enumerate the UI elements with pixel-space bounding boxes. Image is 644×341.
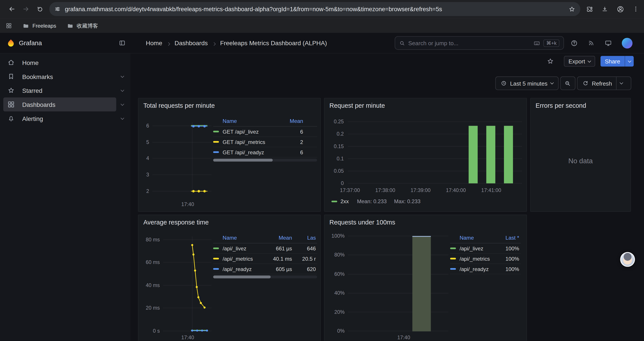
chevron-down-icon	[620, 81, 623, 85]
y-tick: 0.05	[327, 168, 344, 174]
chevron-down-icon	[628, 59, 631, 62]
legend-header: Name Last *	[450, 233, 521, 244]
series-mean: 6	[282, 149, 303, 155]
legend-col-last[interactable]: Las	[292, 235, 316, 241]
series-name[interactable]: 2xx	[340, 198, 349, 204]
clock-icon	[501, 80, 507, 86]
grafana-logo[interactable]	[6, 39, 15, 47]
legend-row: /api/_readyz 605 µs 620	[213, 264, 317, 274]
favorite-star-button[interactable]	[547, 58, 554, 65]
address-bar[interactable]: grafana.mathmast.com/d/deytv4rwavabkb/fr…	[49, 2, 580, 16]
dock-sidebar-toggle[interactable]	[119, 40, 126, 47]
series-name[interactable]: GET /api/_readyz	[223, 149, 283, 155]
legend-col-name[interactable]: Name	[223, 118, 283, 124]
y-tick: 4	[138, 155, 149, 161]
y-tick: 60 ms	[141, 259, 160, 265]
forward-button[interactable]	[19, 2, 33, 16]
legend-col-name[interactable]: Name	[223, 235, 268, 241]
breadcrumb-current[interactable]: Freeleaps Metrics Dashboard (ALPHA)	[220, 40, 327, 47]
chevron-down-icon	[588, 59, 591, 62]
browser-actions	[586, 5, 639, 13]
back-button[interactable]	[5, 2, 19, 16]
folder-icon	[22, 22, 29, 29]
folder-icon	[67, 22, 74, 29]
monitor-icon[interactable]	[604, 39, 612, 47]
bookmark-star-icon[interactable]	[568, 6, 576, 13]
legend-scrollbar[interactable]	[213, 275, 317, 278]
panel-request-per-minute: Request per minute 0.25 0.2 0.15 0.1 0.0…	[324, 98, 527, 212]
scrollbar-thumb[interactable]	[213, 275, 270, 278]
reload-icon	[36, 6, 44, 13]
sidebar-item-starred[interactable]: Starred	[3, 83, 116, 97]
bookmark-item-freeleaps[interactable]: Freeleaps	[22, 22, 56, 29]
bar-chart[interactable]	[324, 98, 527, 212]
bookmark-label: 收藏博客	[77, 22, 98, 30]
refresh-interval-caret[interactable]	[616, 77, 626, 90]
extensions-icon[interactable]	[586, 6, 593, 13]
legend-col-mean[interactable]: Mean	[268, 235, 292, 241]
legend-col-last[interactable]: Last *	[499, 235, 519, 241]
sidebar-item-home[interactable]: Home	[3, 56, 128, 70]
refresh-icon	[582, 80, 588, 86]
chevron-down-icon[interactable]	[116, 76, 128, 77]
y-tick: 100%	[326, 233, 344, 239]
series-name[interactable]: /api/_livez	[223, 245, 268, 251]
series-name[interactable]: /api/_metrics	[223, 256, 268, 262]
chevron-down-icon[interactable]	[116, 104, 128, 105]
menu-kebab-icon[interactable]	[632, 6, 639, 12]
time-toolbar: Last 5 minutes Refresh	[496, 77, 631, 90]
profile-icon[interactable]	[616, 5, 624, 13]
help-icon[interactable]	[570, 39, 578, 47]
grafana-body: Home Bookmarks Starred	[0, 54, 644, 341]
series-name[interactable]: /api/_livez	[460, 245, 500, 251]
chevron-down-icon	[550, 81, 554, 85]
chevron-right-icon	[212, 40, 215, 47]
series-name[interactable]: /api/_metrics	[460, 256, 500, 262]
x-tick: 17:40	[175, 201, 200, 207]
legend-row: /api/_livez 661 µs 646	[213, 243, 317, 254]
time-range-picker[interactable]: Last 5 minutes	[496, 77, 559, 90]
series-name[interactable]: GET /api/_metrics	[223, 139, 283, 145]
series-name[interactable]: /api/_readyz	[223, 266, 268, 272]
legend-col-name[interactable]: Name	[460, 235, 500, 241]
chevron-down-icon[interactable]	[116, 118, 128, 119]
series-last: 646	[292, 245, 316, 251]
share-button[interactable]: Share	[600, 56, 634, 67]
rss-news-icon[interactable]	[588, 40, 595, 47]
refresh-button[interactable]: Refresh	[577, 77, 631, 90]
sidebar-item-bookmarks[interactable]: Bookmarks	[3, 70, 116, 84]
series-name[interactable]: /api/_readyz	[460, 266, 500, 272]
y-tick: 80%	[326, 252, 344, 258]
legend-row: GET /api/_livez 6	[213, 127, 317, 137]
y-tick: 80 ms	[141, 237, 160, 242]
reload-button[interactable]	[33, 2, 47, 16]
zoom-out-button[interactable]	[560, 77, 576, 90]
x-tick: 17:38:00	[372, 187, 398, 193]
breadcrumb-home[interactable]: Home	[146, 40, 162, 47]
scrollbar-thumb[interactable]	[213, 159, 273, 162]
breadcrumb-dashboards[interactable]: Dashboards	[174, 40, 208, 47]
url-text[interactable]: grafana.mathmast.com/d/deytv4rwavabkb/fr…	[65, 6, 564, 12]
search-input[interactable]	[408, 40, 530, 46]
legend-table: Name Mean Las /api/_livez 661 µs 646 /ap…	[213, 233, 317, 274]
search-icon	[399, 40, 405, 46]
share-label[interactable]: Share	[600, 56, 625, 67]
sidebar-item-dashboards[interactable]: Dashboards	[3, 97, 116, 112]
search-box[interactable]: ⌘+k	[395, 36, 564, 50]
sidebar-item-alerting[interactable]: Alerting	[3, 112, 116, 126]
legend-scrollbar[interactable]	[213, 159, 317, 162]
export-button[interactable]: Export	[564, 56, 595, 67]
share-menu-caret[interactable]	[625, 56, 634, 67]
y-tick: 40 ms	[141, 282, 160, 288]
floating-assistant-avatar[interactable]	[620, 252, 635, 267]
legend-col-mean[interactable]: Mean	[282, 118, 303, 124]
site-settings-tune-icon[interactable]	[54, 6, 61, 12]
apps-grid-icon[interactable]	[6, 23, 12, 29]
bookmark-item-blog[interactable]: 收藏博客	[67, 22, 98, 30]
series-name[interactable]: GET /api/_livez	[223, 129, 283, 135]
bell-icon	[8, 115, 15, 122]
series-mean: 661 µs	[268, 245, 292, 251]
downloads-icon[interactable]	[601, 6, 608, 13]
user-avatar[interactable]	[622, 38, 632, 48]
chevron-down-icon[interactable]	[116, 90, 128, 91]
